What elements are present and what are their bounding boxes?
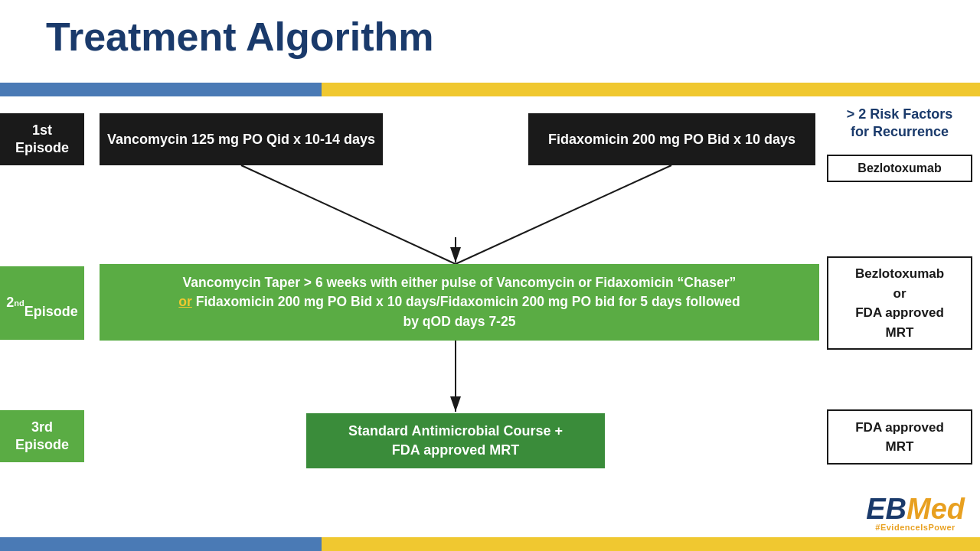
ebmed-eb-text: EB: [866, 493, 906, 525]
risk-factors-header: > 2 Risk Factorsfor Recurrence: [827, 106, 972, 142]
ebmed-med-text: Med: [906, 493, 965, 525]
top-decorative-bar: [0, 83, 980, 96]
top-bar-yellow: [322, 83, 980, 96]
episode-3rd-label: 3rdEpisode: [0, 410, 84, 462]
ebmed-logo: EBMed #EvidenceIsPower: [866, 493, 965, 532]
fidaxomicin-box: Fidaxomicin 200 mg PO Bid x 10 days: [528, 113, 815, 165]
fda-mrt-box: FDA approvedMRT: [827, 409, 972, 465]
svg-line-2: [456, 165, 671, 264]
bottom-bar-yellow: [322, 537, 980, 551]
bottom-bar-blue: [0, 537, 322, 551]
vancomycin-box: Vancomycin 125 mg PO Qid x 10-14 days: [100, 113, 383, 165]
bottom-decorative-bar: [0, 537, 980, 551]
ebmed-tagline: #EvidenceIsPower: [866, 523, 965, 532]
standard-antimicrobial-box: Standard Antimicrobial Course +FDA appro…: [306, 413, 605, 468]
episode-1st-label: 1stEpisode: [0, 113, 84, 165]
taper-box: Vancomycin Taper > 6 weeks with either p…: [100, 264, 819, 341]
page-title: Treatment Algorithm: [46, 14, 434, 60]
bezlotoxumab-small-box: Bezlotoxumab: [827, 155, 972, 182]
top-bar-blue: [0, 83, 322, 96]
episode-2nd-label: 2ndEpisode: [0, 266, 84, 340]
svg-line-1: [241, 165, 456, 264]
bezlotoxumab-mrt-box: BezlotoxumaborFDA approvedMRT: [827, 256, 972, 350]
